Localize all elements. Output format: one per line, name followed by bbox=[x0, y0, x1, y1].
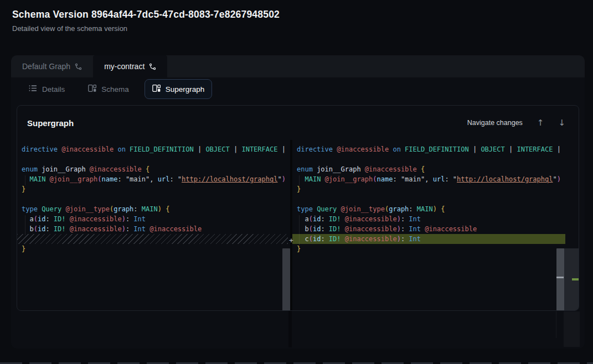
tab-default-graph-label: Default Graph bbox=[22, 62, 70, 71]
right-scrollbar-slider[interactable] bbox=[556, 248, 564, 310]
code-line: type Query @join__type(graph: MAIN) { bbox=[17, 204, 290, 214]
fork-icon bbox=[149, 63, 156, 70]
code-line: } bbox=[292, 184, 579, 194]
tab-my-contract-label: my-contract bbox=[104, 62, 145, 71]
overview-inserted-tick bbox=[572, 278, 579, 280]
page-header: Schema Version 8964af44-7dc5-47cd-8083-7… bbox=[12, 9, 280, 33]
diff-right-pane[interactable]: directive @inaccessible on FIELD_DEFINIT… bbox=[292, 140, 579, 310]
scrollbar-ghost-line bbox=[556, 311, 556, 338]
diff-left-pane[interactable]: directive @inaccessible on FIELD_DEFINIT… bbox=[17, 140, 290, 310]
tab-my-contract[interactable]: my-contract bbox=[93, 55, 167, 77]
supergraph-panel: Supergraph Navigate changes ↑ ↓ directiv… bbox=[17, 105, 579, 311]
code-line: directive @inaccessible on FIELD_DEFINIT… bbox=[17, 144, 290, 154]
indent-guide bbox=[299, 175, 300, 185]
code-line: MAIN @join__graph(name: "main", url: "ht… bbox=[292, 174, 579, 184]
tab-supergraph[interactable]: Supergraph bbox=[145, 79, 213, 99]
divider-ghost-line bbox=[288, 311, 292, 347]
code-line: MAIN @join__graph(name: "main", url: "ht… bbox=[17, 174, 290, 184]
code-line-added: c(id: ID! @inaccessible): Int bbox=[292, 234, 565, 244]
code-line: } bbox=[17, 184, 290, 194]
indent-guide bbox=[25, 215, 25, 235]
view-subtabs: Details Schema Supergraph bbox=[11, 77, 585, 101]
code-line: directive @inaccessible on FIELD_DEFINIT… bbox=[292, 144, 579, 154]
panel-heading: Supergraph bbox=[27, 118, 74, 128]
code-line bbox=[17, 154, 290, 164]
diff-placeholder-hatch bbox=[17, 234, 288, 244]
tab-details-label: Details bbox=[42, 85, 65, 93]
code-line: enum join__Graph @inaccessible { bbox=[17, 164, 290, 174]
page-subtitle: Detailed view of the schema version bbox=[12, 24, 280, 33]
tab-default-graph[interactable]: Default Graph bbox=[11, 55, 93, 77]
navigate-next-button[interactable]: ↓ bbox=[558, 119, 565, 127]
schema-version-card: Default Graph my-contract Details bbox=[11, 55, 585, 349]
navigate-changes-label: Navigate changes bbox=[467, 119, 523, 127]
tab-schema[interactable]: Schema bbox=[80, 79, 137, 99]
supergraph-panel-header: Supergraph Navigate changes ↑ ↓ bbox=[17, 106, 579, 140]
code-line bbox=[17, 194, 290, 204]
code-line bbox=[292, 194, 579, 204]
tab-schema-label: Schema bbox=[101, 85, 129, 93]
code-line: a(id: ID! @inaccessible): Int bbox=[292, 214, 579, 224]
indent-guide bbox=[25, 175, 25, 185]
code-line: type Query @join__type(graph: MAIN) { bbox=[292, 204, 579, 214]
indent-guide bbox=[299, 215, 300, 245]
navigate-changes: Navigate changes ↑ ↓ bbox=[467, 119, 565, 127]
arrow-up-icon: ↑ bbox=[537, 118, 544, 128]
code-line: a(id: ID! @inaccessible): Int bbox=[17, 214, 290, 224]
list-icon bbox=[29, 84, 37, 94]
code-line: } bbox=[17, 244, 290, 254]
code-line bbox=[292, 154, 579, 164]
code-line: enum join__Graph @inaccessible { bbox=[292, 164, 579, 174]
page-title: Schema Version 8964af44-7dc5-47cd-8083-7… bbox=[12, 9, 280, 20]
schema-version-page: Schema Version 8964af44-7dc5-47cd-8083-7… bbox=[0, 0, 593, 364]
panels-icon bbox=[88, 84, 96, 94]
graph-tabstrip: Default Graph my-contract bbox=[11, 55, 585, 77]
diff-editor: directive @inaccessible on FIELD_DEFINIT… bbox=[17, 140, 579, 310]
tab-supergraph-label: Supergraph bbox=[166, 85, 205, 93]
tab-details[interactable]: Details bbox=[21, 79, 73, 99]
overview-modified-tick bbox=[556, 277, 564, 278]
navigate-prev-button[interactable]: ↑ bbox=[537, 119, 544, 127]
arrow-down-icon: ↓ bbox=[558, 118, 565, 128]
left-scrollbar-thumb[interactable] bbox=[282, 248, 290, 310]
insert-change-marker: + bbox=[289, 236, 293, 246]
code-line: b(id: ID! @inaccessible): Int @inaccessi… bbox=[17, 224, 290, 234]
scrollbar-ghost-strip bbox=[564, 311, 580, 347]
fork-icon bbox=[75, 63, 82, 70]
code-line: } bbox=[292, 244, 579, 254]
panels-icon bbox=[152, 84, 161, 94]
code-line: b(id: ID! @inaccessible): Int @inaccessi… bbox=[292, 224, 579, 234]
